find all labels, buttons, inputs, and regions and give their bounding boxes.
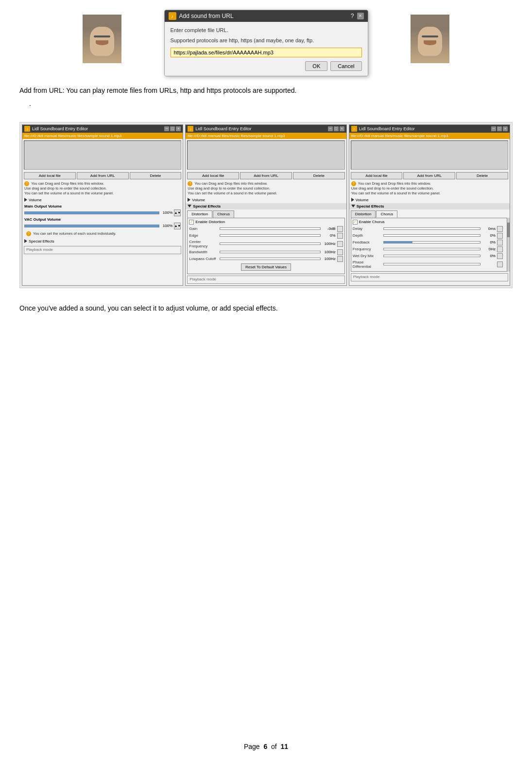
panel-1-vac-volume-label: VAC Output Volume xyxy=(24,217,181,222)
panel-3-delay-track[interactable] xyxy=(383,227,481,230)
dialog-cancel-button[interactable]: Cancel xyxy=(330,61,361,71)
panel-2-gain-spinner[interactable] xyxy=(337,226,343,232)
panel-3-distortion-tab[interactable]: Distortion xyxy=(351,210,376,218)
panel-2-hint: ? You can Drag and Drop files into this … xyxy=(186,180,346,197)
panel-2-volume-header[interactable]: Volume xyxy=(186,197,346,203)
panel-1-content-area xyxy=(24,140,181,170)
editor-panel-1: ♪ Lidl Soundboard Entry Editor ─ □ × fil… xyxy=(22,124,183,286)
panel-3-add-local-btn[interactable]: Add local file xyxy=(351,172,403,179)
panel-3-feedback-row: Feedback 0% xyxy=(353,240,503,245)
panel-2-centerfreq-spinner[interactable] xyxy=(337,241,343,247)
panel-3-wetdrymix-spinner[interactable] xyxy=(497,253,503,259)
panel-2-edge-track[interactable] xyxy=(220,234,320,237)
panel-3-minimize[interactable]: ─ xyxy=(491,126,496,131)
panel-3-depth-value: 0% xyxy=(482,233,496,238)
panel-1-main-volume-label: Main Output Volume xyxy=(24,204,181,209)
panel-2-bandwidth-spinner[interactable] xyxy=(337,249,343,255)
panel-1-vac-volume-track[interactable] xyxy=(24,225,159,227)
panel-1-controls: ─ □ × xyxy=(164,126,181,131)
panel-3-delete-btn[interactable]: Delete xyxy=(456,172,508,179)
panel-2-edge-spinner[interactable] xyxy=(337,233,343,239)
panel-1-add-url-btn[interactable]: Add from URL xyxy=(77,172,129,179)
panel-1-fx-header[interactable]: Special Effects xyxy=(22,238,183,244)
panel-2-lowpass-spinner[interactable] xyxy=(337,256,343,262)
panel-3-chorus-tab[interactable]: Chorus xyxy=(376,210,397,218)
panel-3-frequency-row: Frequency 0Hz xyxy=(353,246,503,252)
panel-3-icon: ♪ xyxy=(351,126,357,132)
panel-3-chorus-checkbox[interactable]: ✓ xyxy=(353,220,358,225)
panel-2-icon: ♪ xyxy=(188,126,193,132)
panel-3-frequency-track[interactable] xyxy=(383,248,481,250)
panel-3-wetdrymix-track[interactable] xyxy=(383,255,481,257)
dialog-close-btn[interactable]: × xyxy=(357,13,364,19)
add-from-url-description: Add from URL: You can play remote files … xyxy=(19,85,513,96)
dialog-help-icon[interactable]: ? xyxy=(351,13,354,19)
panel-3-fx-header[interactable]: Special Effects xyxy=(349,203,510,209)
panel-2-edge-label: Edge xyxy=(189,233,218,238)
panel-3-titlebar: ♪ Lidl Soundboard Entry Editor ─ □ × xyxy=(349,125,510,133)
panel-3-frequency-value: 0Hz xyxy=(482,247,496,251)
panel-2-lowpass-track[interactable] xyxy=(220,258,320,260)
panel-2-lowpass-label: Lowpass Cutoff xyxy=(189,257,218,261)
panel-1-minimize[interactable]: ─ xyxy=(164,126,169,131)
panel-3-depth-row: Depth 0% xyxy=(353,233,503,239)
panel-3-delay-value: 0ms xyxy=(482,226,496,231)
panel-1-titlebar: ♪ Lidl Soundboard Entry Editor ─ □ × xyxy=(22,125,183,133)
panel-3-fx-content-wrapper: ✓ Enable Chorus Delay 0ms Depth 0 xyxy=(349,218,510,272)
dialog-body: Enter complete file URL. Supported proto… xyxy=(165,22,368,76)
panel-3-feedback-spinner[interactable] xyxy=(497,240,503,245)
panel-3-frequency-spinner[interactable] xyxy=(497,246,503,252)
panel-3-phasediff-spinner[interactable] xyxy=(497,261,503,267)
panel-1-vac-volume-spinner[interactable]: ▲▼ xyxy=(174,223,181,229)
panel-1-volume-header[interactable]: Volume xyxy=(22,197,183,203)
panel-2-centerfreq-track[interactable] xyxy=(220,243,320,245)
panel-3-scrollbar[interactable] xyxy=(507,218,510,272)
panel-2-buttons: Add local file Add from URL Delete xyxy=(186,171,346,180)
panel-3-chorus-enable-label: Enable Chorus xyxy=(359,220,385,224)
panel-2-distortion-checkbox[interactable]: ✓ xyxy=(189,220,194,225)
panel-2-add-local-btn[interactable]: Add local file xyxy=(187,172,239,179)
panel-1-add-local-btn[interactable]: Add local file xyxy=(24,172,76,179)
panel-3-filepath: file:///D:/lidl manual files/music files… xyxy=(349,133,510,139)
panel-3-scrollbar-thumb[interactable] xyxy=(507,223,510,237)
panel-3-delay-spinner[interactable] xyxy=(497,226,503,232)
panel-2-lowpass-row: Lowpass Cutoff 100Hz xyxy=(189,256,343,262)
panel-2-close[interactable]: × xyxy=(340,126,344,131)
panel-3-phasediff-track[interactable] xyxy=(383,263,481,265)
panel-2-fx-header[interactable]: Special Effects xyxy=(186,203,346,209)
face-image-right xyxy=(411,15,449,63)
panel-1-delete-btn[interactable]: Delete xyxy=(130,172,182,179)
panel-3-volume-header[interactable]: Volume xyxy=(349,197,510,203)
dialog-ok-button[interactable]: OK xyxy=(305,61,327,71)
panel-3-close[interactable]: × xyxy=(503,126,508,131)
panel-2-reset-btn[interactable]: Reset To Default Values xyxy=(241,263,291,271)
panel-2-bandwidth-value: 100Hz xyxy=(322,250,336,254)
panel-2-add-url-btn[interactable]: Add from URL xyxy=(240,172,292,179)
panel-2-bandwidth-track[interactable] xyxy=(220,251,320,253)
panel-1-maximize[interactable]: □ xyxy=(170,126,175,131)
dialog-url-input[interactable] xyxy=(171,48,362,57)
panel-2-minimize[interactable]: ─ xyxy=(328,126,333,131)
panel-3-add-url-btn[interactable]: Add from URL xyxy=(403,172,455,179)
panel-3-depth-track[interactable] xyxy=(383,234,481,237)
panel-1-close[interactable]: × xyxy=(176,126,181,131)
panel-1-filepath: file:///D:/lidl manual files/music files… xyxy=(22,133,183,139)
panel-1-main-volume-track[interactable] xyxy=(24,211,159,214)
panel-2-maximize[interactable]: □ xyxy=(334,126,339,131)
panel-1-main-volume-spinner[interactable]: ▲▼ xyxy=(174,209,181,216)
panel-3-depth-spinner[interactable] xyxy=(497,233,503,239)
panel-2-gain-track[interactable] xyxy=(220,227,320,230)
panel-2-delete-btn[interactable]: Delete xyxy=(293,172,345,179)
dot-line: . xyxy=(19,100,513,107)
editor-panel-3: ♪ Lidl Soundboard Entry Editor ─ □ × fil… xyxy=(349,124,510,286)
panel-3-feedback-label: Feedback xyxy=(353,240,382,244)
panel-2-gain-label: Gain xyxy=(189,226,218,231)
panel-2-distortion-enable-label: Enable Distortion xyxy=(195,220,225,224)
panel-3-buttons: Add local file Add from URL Delete xyxy=(349,171,510,180)
panel-2-distortion-tab[interactable]: Distortion xyxy=(187,210,212,218)
panel-2-chorus-tab[interactable]: Chorus xyxy=(213,210,234,218)
panel-3-maximize[interactable]: □ xyxy=(497,126,502,131)
panel-2-fx-content: ✓ Enable Distortion Gain -0dB Edge xyxy=(187,218,344,274)
panel-3-feedback-track[interactable] xyxy=(383,241,481,243)
dialog-title: Add sound from URL xyxy=(179,13,348,19)
